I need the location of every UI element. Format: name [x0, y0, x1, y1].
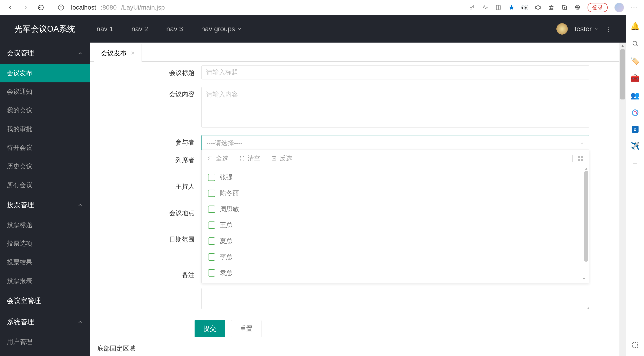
bell-icon[interactable]: 🔔: [631, 22, 639, 30]
chevron-up-icon: [77, 202, 83, 208]
sidebar-item-vote-title[interactable]: 投票标题: [0, 216, 90, 234]
checkbox[interactable]: [208, 206, 215, 213]
nav-groups[interactable]: nav groups: [201, 25, 242, 33]
checkbox[interactable]: [208, 269, 215, 276]
copilot-icon[interactable]: [631, 108, 639, 117]
search-icon[interactable]: [631, 40, 639, 48]
site-info-icon[interactable]: [58, 4, 64, 11]
plus-icon[interactable]: +: [631, 159, 639, 167]
option-item[interactable]: 陈冬丽: [202, 185, 589, 201]
select-all-button[interactable]: 全选: [207, 154, 228, 163]
chevron-up-icon: [77, 319, 83, 325]
submit-button[interactable]: 提交: [194, 320, 225, 337]
health-icon[interactable]: [574, 4, 581, 11]
sidebar-group-meeting[interactable]: 会议管理: [0, 42, 90, 64]
user-avatar[interactable]: [556, 23, 568, 34]
collections-icon[interactable]: [561, 4, 568, 11]
checkbox[interactable]: [208, 253, 215, 261]
nav-2[interactable]: nav 2: [131, 25, 148, 33]
checkbox[interactable]: [208, 190, 215, 197]
browser-right-sidebar: 🔔 🏷️ 🧰 👥 o ✈️ +: [626, 15, 644, 356]
user-menu[interactable]: tester: [574, 25, 598, 33]
footer-text: 底部固定区域: [97, 344, 136, 353]
profile-avatar[interactable]: [614, 3, 624, 12]
invert-button[interactable]: 反选: [271, 154, 292, 163]
favorites-list-icon[interactable]: [548, 4, 554, 11]
sidebar-item-user-mgmt[interactable]: 用户管理: [0, 332, 90, 351]
sidebar-item-vote-reports[interactable]: 投票报表: [0, 272, 90, 290]
option-label: 李总: [220, 253, 232, 261]
input-notes[interactable]: [202, 288, 590, 309]
sidebar-item-vote-results[interactable]: 投票结果: [0, 253, 90, 272]
invert-icon: [271, 156, 277, 161]
reader-icon[interactable]: [495, 4, 502, 11]
chevron-down-icon: [237, 27, 242, 31]
sidebar-item-meeting-notice[interactable]: 会议通知: [0, 82, 90, 101]
sidebar-item-vote-options[interactable]: 投票选项: [0, 234, 90, 253]
sidebar-item-all-meetings[interactable]: 所有会议: [0, 176, 90, 194]
tag-icon[interactable]: 🏷️: [631, 57, 639, 65]
dropdown-list[interactable]: 张强 陈冬丽 周思敏 王总 夏总 李总 袁总: [202, 167, 589, 283]
nav-1[interactable]: nav 1: [96, 25, 113, 33]
sidebar-item-pending-meetings[interactable]: 待开会议: [0, 138, 90, 157]
chevron-down-icon: [594, 27, 598, 31]
page-scrollbar[interactable]: ▴: [620, 42, 626, 356]
reset-button[interactable]: 重置: [231, 320, 262, 337]
sidebar-item-my-approvals[interactable]: 我的审批: [0, 120, 90, 138]
url-bar[interactable]: localhost:8080/LayUi/main.jsp: [71, 4, 462, 11]
option-item[interactable]: 王总: [202, 217, 589, 233]
sidebar-group-system[interactable]: 系统管理: [0, 312, 90, 332]
checkbox[interactable]: [208, 174, 215, 181]
dropdown-toolbar: 全选 清空 反选: [202, 150, 589, 167]
user-name-label: tester: [574, 25, 592, 33]
sidebar-group-room[interactable]: 会议室管理: [0, 290, 90, 312]
select-participants[interactable]: ----请选择----: [202, 135, 590, 151]
outlook-icon[interactable]: o: [632, 126, 638, 133]
nav-3[interactable]: nav 3: [166, 25, 183, 33]
header-more-icon[interactable]: ⋮: [605, 25, 612, 33]
grid-icon[interactable]: [577, 155, 584, 162]
favorite-star-icon[interactable]: [508, 4, 515, 11]
eyes-icon[interactable]: 👀: [522, 4, 528, 11]
close-icon[interactable]: ✕: [130, 50, 135, 56]
people-icon[interactable]: 👥: [631, 91, 639, 100]
input-meeting-content[interactable]: [202, 87, 590, 128]
forward-icon[interactable]: [22, 4, 29, 11]
dropdown-scrollbar[interactable]: [584, 167, 588, 278]
extension-icon[interactable]: [535, 4, 541, 11]
scroll-thumb[interactable]: [620, 50, 625, 100]
scroll-thumb[interactable]: [584, 171, 588, 262]
sidebar-item-history-meetings[interactable]: 历史会议: [0, 157, 90, 176]
tab-bar: 会议发布 ✕: [90, 42, 626, 62]
send-icon[interactable]: ✈️: [631, 142, 639, 150]
back-icon[interactable]: [7, 4, 13, 11]
more-icon[interactable]: ⋯: [631, 4, 637, 11]
option-item[interactable]: 袁总: [202, 265, 589, 281]
sidebar-item-my-meetings[interactable]: 我的会议: [0, 101, 90, 120]
key-icon[interactable]: [469, 4, 475, 11]
svg-marker-21: [583, 278, 585, 280]
sidebar-item-meeting-publish[interactable]: 会议发布: [0, 64, 90, 82]
option-item[interactable]: 李总: [202, 249, 589, 265]
scroll-up-icon[interactable]: [584, 167, 588, 171]
login-button[interactable]: 登录: [588, 3, 608, 12]
button-row: 提交 重置: [194, 320, 262, 337]
label-attendees: 列席者: [176, 156, 194, 164]
snip-icon[interactable]: [631, 341, 639, 349]
input-meeting-title[interactable]: [202, 65, 590, 80]
checkbox[interactable]: [208, 238, 215, 245]
clear-button[interactable]: 清空: [240, 154, 260, 163]
toolbox-icon[interactable]: 🧰: [631, 74, 639, 82]
option-item[interactable]: 夏总: [202, 233, 589, 249]
scroll-up-icon[interactable]: ▴: [620, 42, 626, 50]
reload-icon[interactable]: [38, 4, 44, 11]
svg-point-3: [470, 7, 472, 9]
tab-meeting-publish[interactable]: 会议发布 ✕: [94, 44, 142, 62]
text-size-icon[interactable]: A»: [482, 4, 488, 11]
checkbox[interactable]: [208, 222, 215, 229]
label-notes: 备注: [182, 271, 194, 279]
sidebar-group-vote[interactable]: 投票管理: [0, 194, 90, 216]
option-item[interactable]: 周思敏: [202, 201, 589, 217]
option-item[interactable]: 张强: [202, 169, 589, 185]
form-area: 会议标题 会议内容 参与者 ----请选择----: [90, 62, 626, 356]
